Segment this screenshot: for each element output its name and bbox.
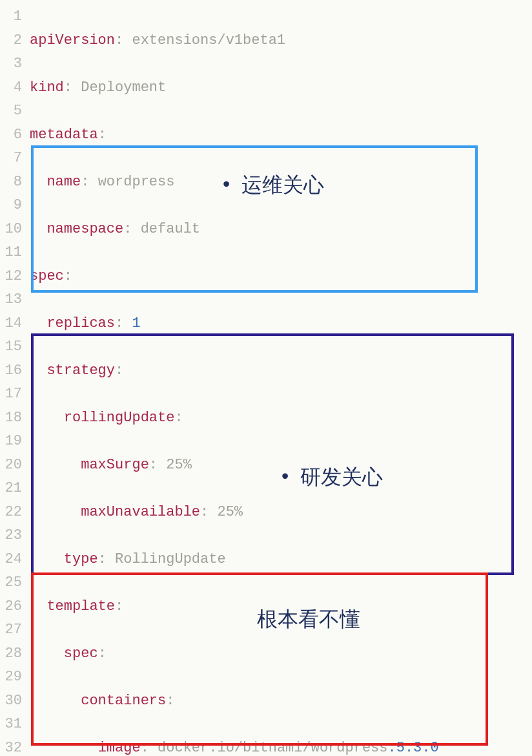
line-number: 8 <box>0 171 22 194</box>
line-number: 27 <box>0 618 22 642</box>
yaml-value: RollingUpdate <box>115 551 226 567</box>
line-number: 19 <box>0 430 22 454</box>
annotation-unknown: 根本看不懂 <box>257 607 360 631</box>
annotation-text: 运维关心 <box>241 173 324 196</box>
line-number: 22 <box>0 501 22 525</box>
line-number-gutter: 1 2 3 4 5 6 7 8 9 10 11 12 13 14 15 16 1… <box>0 5 22 756</box>
code-line: namespace: default <box>30 218 439 242</box>
yaml-key: spec <box>30 268 64 284</box>
line-number: 21 <box>0 477 22 501</box>
annotation-ops: •运维关心 <box>223 173 324 197</box>
code-editor: 1 2 3 4 5 6 7 8 9 10 11 12 13 14 15 16 1… <box>0 0 532 756</box>
code-line: apiVersion: extensions/v1beta1 <box>30 29 439 53</box>
code-line: strategy: <box>30 359 439 383</box>
line-number: 5 <box>0 100 22 123</box>
line-number: 2 <box>0 29 22 53</box>
code-line: template: <box>30 595 439 619</box>
yaml-value: docker.io/bitnami/wordpress <box>158 740 387 756</box>
code-line: rollingUpdate: <box>30 406 439 430</box>
yaml-value: Deployment <box>81 79 166 96</box>
line-number: 31 <box>0 713 22 737</box>
yaml-key: containers <box>81 693 166 709</box>
yaml-value: 25% <box>166 457 192 473</box>
yaml-key: type <box>64 551 98 567</box>
yaml-key: image <box>98 740 141 756</box>
yaml-value: 25% <box>217 504 243 520</box>
bullet-icon: • <box>281 464 289 487</box>
line-number: 13 <box>0 288 22 312</box>
code-content: apiVersion: extensions/v1beta1 kind: Dep… <box>30 5 439 756</box>
yaml-key: template <box>46 598 115 614</box>
code-line: spec: <box>30 265 439 289</box>
bullet-icon: • <box>223 172 230 195</box>
image-tag: :5.3.0 <box>388 740 439 756</box>
yaml-value: 1 <box>132 315 140 331</box>
line-number: 23 <box>0 524 22 548</box>
line-number: 29 <box>0 666 22 689</box>
yaml-key: strategy <box>46 362 115 379</box>
yaml-key: apiVersion <box>30 32 115 48</box>
code-line: maxUnavailable: 25% <box>30 501 439 525</box>
yaml-key: rollingUpdate <box>64 410 175 426</box>
line-number: 24 <box>0 548 22 572</box>
line-number: 6 <box>0 123 22 147</box>
code-line: containers: <box>30 689 439 713</box>
yaml-value: default <box>141 221 200 237</box>
line-number: 7 <box>0 147 22 171</box>
code-line: metadata: <box>30 123 439 147</box>
line-number: 1 <box>0 5 22 29</box>
line-number: 18 <box>0 406 22 430</box>
line-number: 16 <box>0 359 22 383</box>
line-number: 9 <box>0 194 22 218</box>
line-number: 15 <box>0 335 22 359</box>
line-number: 25 <box>0 571 22 595</box>
yaml-key: maxUnavailable <box>81 504 200 520</box>
yaml-key: metadata <box>30 127 98 143</box>
line-number: 4 <box>0 76 22 100</box>
code-line: kind: Deployment <box>30 76 439 100</box>
yaml-key: name <box>46 174 81 190</box>
annotation-text: 根本看不懂 <box>257 607 360 631</box>
line-number: 12 <box>0 265 22 289</box>
yaml-value: wordpress <box>98 174 175 190</box>
line-number: 10 <box>0 218 22 242</box>
code-line: replicas: 1 <box>30 312 439 336</box>
yaml-key: kind <box>30 79 64 96</box>
line-number: 32 <box>0 737 22 757</box>
code-line: image: docker.io/bitnami/wordpress:5.3.0 <box>30 737 439 757</box>
line-number: 26 <box>0 595 22 619</box>
line-number: 20 <box>0 454 22 478</box>
yaml-value: extensions/v1beta1 <box>132 32 285 48</box>
line-number: 3 <box>0 52 22 76</box>
yaml-key: replicas <box>46 315 115 331</box>
code-line: type: RollingUpdate <box>30 548 439 572</box>
line-number: 28 <box>0 642 22 666</box>
line-number: 30 <box>0 689 22 713</box>
line-number: 14 <box>0 312 22 336</box>
yaml-key: namespace <box>46 221 123 237</box>
annotation-dev: •研发关心 <box>281 465 383 489</box>
code-line: spec: <box>30 642 439 666</box>
yaml-key: maxSurge <box>81 457 149 473</box>
annotation-text: 研发关心 <box>300 465 383 488</box>
line-number: 11 <box>0 241 22 265</box>
line-number: 17 <box>0 383 22 406</box>
yaml-key: spec <box>64 646 98 662</box>
